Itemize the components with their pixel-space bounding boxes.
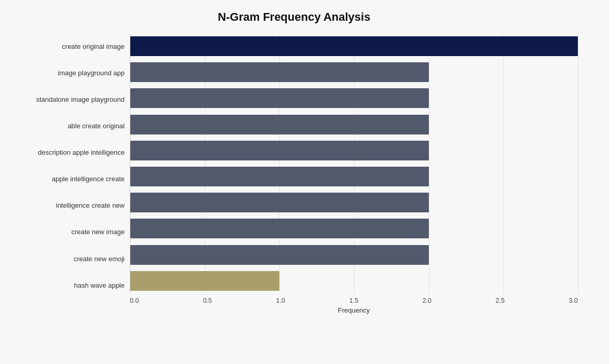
bar-description-apple-intelligence bbox=[130, 141, 429, 160]
x-tick: 2.5 bbox=[496, 297, 505, 304]
bar-row bbox=[130, 113, 578, 136]
y-label: apple intelligence create bbox=[52, 175, 125, 183]
grid-line bbox=[578, 33, 578, 294]
bar-create-new-image bbox=[130, 219, 429, 238]
y-label: able create original bbox=[67, 122, 125, 130]
bar-row bbox=[130, 244, 578, 266]
x-tick: 0.0 bbox=[130, 297, 139, 304]
bar-row bbox=[130, 35, 578, 58]
y-label: intelligence create new bbox=[56, 201, 125, 210]
bar-standalone-image-playground bbox=[130, 88, 429, 108]
y-labels: create original imageimage playground ap… bbox=[10, 33, 130, 314]
x-tick: 3.0 bbox=[569, 297, 578, 304]
bar-able-create-original bbox=[130, 115, 429, 134]
y-label: image playground app bbox=[58, 69, 125, 77]
x-tick: 0.5 bbox=[203, 297, 212, 304]
chart-title: N-Gram Frequency Analysis bbox=[10, 10, 578, 24]
y-label: hash wave apple bbox=[74, 281, 125, 290]
y-label: create original image bbox=[62, 43, 125, 51]
x-tick: 2.0 bbox=[423, 297, 431, 304]
bar-row bbox=[130, 217, 578, 240]
y-label: description apple intelligence bbox=[38, 149, 125, 157]
y-label: standalone image playground bbox=[36, 96, 125, 104]
chart-container: N-Gram Frequency Analysis create origina… bbox=[0, 0, 609, 364]
bar-row bbox=[130, 139, 578, 162]
bar-create-original-image bbox=[130, 36, 578, 56]
bar-hash-wave-apple bbox=[130, 271, 279, 291]
bar-row bbox=[130, 87, 578, 110]
x-axis: 0.00.51.01.52.02.53.0 bbox=[130, 294, 578, 304]
bar-apple-intelligence-create bbox=[130, 167, 429, 186]
chart-area: create original imageimage playground ap… bbox=[10, 33, 578, 314]
x-tick: 1.5 bbox=[349, 297, 358, 304]
bar-row bbox=[130, 165, 578, 188]
bar-row bbox=[130, 61, 578, 84]
bar-create-new-emoji bbox=[130, 245, 429, 265]
x-axis-label: Frequency bbox=[130, 306, 578, 314]
bars-and-x: 0.00.51.01.52.02.53.0 Frequency bbox=[130, 33, 578, 314]
bar-row bbox=[130, 269, 578, 292]
y-label: create new emoji bbox=[74, 255, 125, 263]
x-tick: 1.0 bbox=[276, 297, 285, 304]
bars-area bbox=[130, 33, 578, 294]
bar-image-playground-app bbox=[130, 62, 429, 82]
bar-intelligence-create-new bbox=[130, 193, 429, 212]
y-label: create new image bbox=[71, 228, 125, 236]
bar-row bbox=[130, 191, 578, 214]
